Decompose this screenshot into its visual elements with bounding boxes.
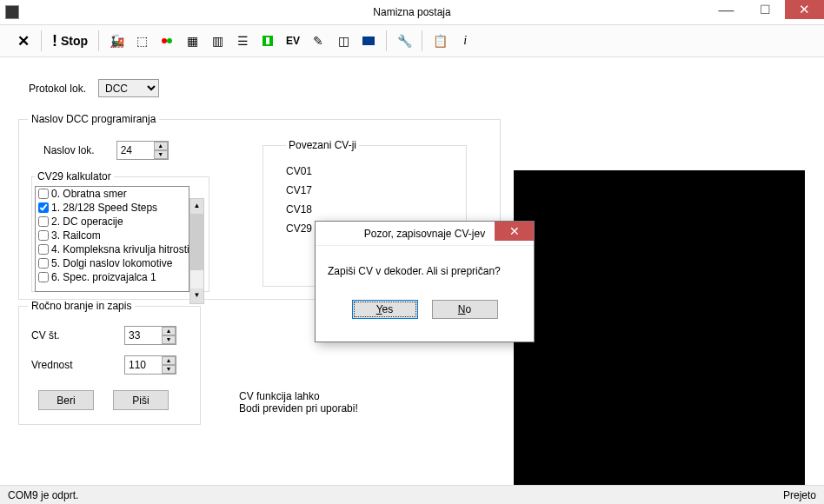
stop-label: Stop xyxy=(61,34,88,48)
status-icon[interactable] xyxy=(256,29,280,53)
loco-icon[interactable]: 🚂 xyxy=(104,29,129,53)
cv29-item[interactable]: 6. Spec. proizvajalca 1 xyxy=(36,270,189,284)
stop-button[interactable]: !Stop xyxy=(47,29,93,53)
calendar-icon[interactable]: 📋 xyxy=(428,29,452,53)
spin-down-button[interactable]: ▼ xyxy=(154,150,168,159)
linked-cv-legend: Povezani CV-ji xyxy=(286,139,359,151)
toolbar-close-button[interactable]: ✕ xyxy=(11,29,36,53)
minimize-button[interactable]: — xyxy=(707,0,746,19)
wrench-icon[interactable]: 🔧 xyxy=(392,29,416,53)
grid-icon[interactable]: ▦ xyxy=(180,29,204,53)
dialog-message: Zapiši CV v dekoder. Ali si prepričan? xyxy=(328,265,522,277)
cv29-legend: CV29 kalkulator xyxy=(35,170,114,182)
close-button[interactable]: ✕ xyxy=(785,0,824,19)
protocol-select[interactable]: DCC xyxy=(98,79,159,97)
cv29-item[interactable]: 2. DC operacije xyxy=(36,215,189,229)
spin-up-button[interactable]: ▲ xyxy=(162,356,176,365)
cv29-checkbox-6[interactable] xyxy=(38,272,49,282)
spin-up-button[interactable]: ▲ xyxy=(154,142,168,150)
status-left: COM9 je odprt. xyxy=(8,489,78,501)
read-button[interactable]: Beri xyxy=(38,390,94,410)
cv29-group: CV29 kalkulator 0. Obratna smer 1. 28/12… xyxy=(31,170,209,292)
scroll-up-button[interactable]: ▲ xyxy=(190,199,203,214)
write-button[interactable]: Piši xyxy=(113,390,169,410)
toolbar-separator xyxy=(386,30,387,51)
no-button[interactable]: No xyxy=(432,300,498,319)
statusbar: COM9 je odprt. Prejeto xyxy=(0,485,824,504)
cv29-item[interactable]: 1. 28/128 Speed Steps xyxy=(36,201,189,215)
protocol-row: Protokol lok. DCC xyxy=(18,79,806,97)
cv29-list[interactable]: 0. Obratna smer 1. 28/128 Speed Steps 2.… xyxy=(35,186,189,292)
titlebar: Namizna postaja — ☐ ✕ xyxy=(0,0,824,25)
cv29-item[interactable]: 0. Obratna smer xyxy=(36,187,189,201)
signal-icon[interactable] xyxy=(155,29,179,53)
list-icon[interactable]: ☰ xyxy=(230,29,255,53)
cv29-item[interactable]: 4. Kompleksna krivulja hitrosti xyxy=(36,242,189,256)
cv-val-label: Vrednost xyxy=(31,359,73,371)
address-label: Naslov lok. xyxy=(43,144,95,156)
dialog-titlebar[interactable]: Pozor, zapisovnaje CV-jev ✕ xyxy=(316,222,534,246)
linked-cv-item: CV17 xyxy=(286,181,466,200)
toolbar-separator xyxy=(98,30,99,51)
info-icon[interactable]: i xyxy=(453,29,477,53)
spin-down-button[interactable]: ▼ xyxy=(162,365,176,374)
spin-up-button[interactable]: ▲ xyxy=(162,327,176,335)
turnout-icon[interactable]: ⬚ xyxy=(130,29,154,53)
linked-cv-item: CV01 xyxy=(286,162,466,181)
tiles-icon[interactable]: ◫ xyxy=(331,29,356,53)
toolbar-separator xyxy=(422,30,422,51)
status-right: Prejeto xyxy=(783,489,816,501)
app-icon xyxy=(5,5,19,19)
manual-group: Ročno branje in zapis CV št. ▲▼ Vrednost… xyxy=(18,300,201,425)
window-title: Namizna postaja xyxy=(0,6,824,18)
scroll-track[interactable] xyxy=(190,214,203,288)
confirm-dialog: Pozor, zapisovnaje CV-jev ✕ Zapiši CV v … xyxy=(315,221,535,342)
monitor-icon[interactable] xyxy=(356,29,381,53)
cv-num-label: CV št. xyxy=(31,329,60,342)
protocol-label: Protokol lok. xyxy=(29,83,86,95)
cv29-checkbox-2[interactable] xyxy=(38,216,49,227)
warning-text: CV funkcija lahko Bodi previden pri upor… xyxy=(239,390,358,414)
dialog-close-button[interactable]: ✕ xyxy=(495,222,534,241)
spin-down-button[interactable]: ▼ xyxy=(162,335,176,344)
linked-cv-item: CV18 xyxy=(286,200,466,219)
yes-button[interactable]: Yes xyxy=(352,300,418,319)
svg-point-0 xyxy=(162,38,167,43)
cv29-item[interactable]: 5. Dolgi naslov lokomotive xyxy=(36,256,189,270)
scroll-thumb[interactable] xyxy=(190,214,203,270)
manual-legend: Ročno branje in zapis xyxy=(28,300,135,312)
scrollbar[interactable]: ▲ ▼ xyxy=(189,198,204,304)
svg-rect-4 xyxy=(362,36,375,45)
track-icon[interactable]: ▥ xyxy=(205,29,229,53)
scroll-down-button[interactable]: ▼ xyxy=(190,288,203,303)
address-group-legend: Naslov DCC programiranja xyxy=(28,113,159,125)
svg-rect-3 xyxy=(266,37,269,44)
svg-point-1 xyxy=(167,38,172,43)
cv29-checkbox-0[interactable] xyxy=(38,189,49,199)
toolbar: ✕ !Stop 🚂 ⬚ ▦ ▥ ☰ EV ✎ ◫ 🔧 📋 i xyxy=(0,25,824,57)
cv29-item[interactable]: 3. Railcom xyxy=(36,229,189,242)
cv29-checkbox-3[interactable] xyxy=(38,230,49,241)
cv29-checkbox-1[interactable] xyxy=(38,202,49,213)
preview-panel xyxy=(514,170,805,496)
edit-icon[interactable]: ✎ xyxy=(306,29,330,53)
toolbar-separator xyxy=(41,30,42,51)
dialog-body: Zapiši CV v dekoder. Ali si prepričan? Y… xyxy=(316,246,534,319)
maximize-button[interactable]: ☐ xyxy=(746,0,785,19)
ev-icon[interactable]: EV xyxy=(281,29,305,53)
cv29-checkbox-4[interactable] xyxy=(38,244,49,255)
cv29-checkbox-5[interactable] xyxy=(38,258,49,269)
